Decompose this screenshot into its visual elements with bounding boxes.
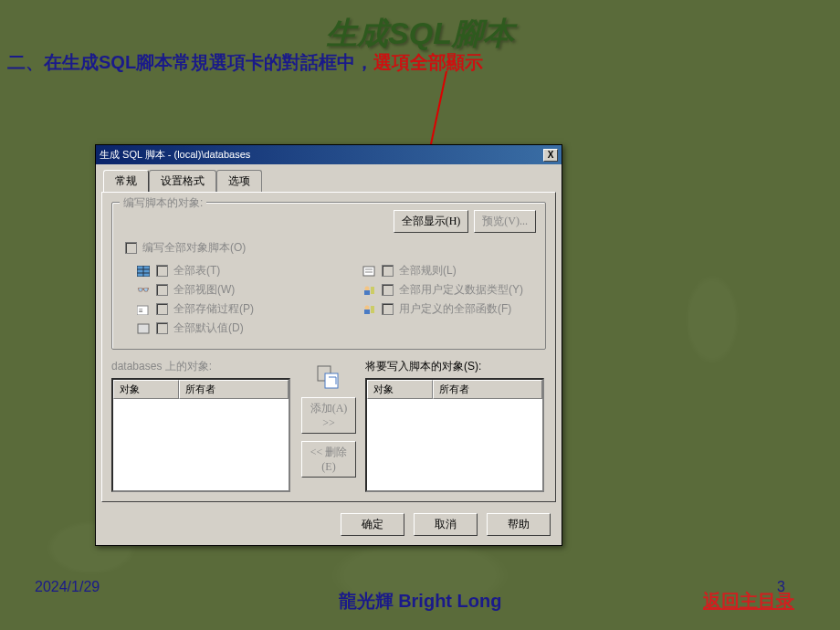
proc-icon: ≡ (136, 303, 151, 316)
tab-general[interactable]: 常规 (103, 170, 149, 192)
chk-udf-label: 用户定义的全部函数(F) (399, 301, 511, 317)
chk-rules[interactable] (382, 265, 394, 277)
remove-button[interactable]: << 删除(E) (301, 441, 356, 478)
chk-views[interactable] (156, 284, 168, 296)
help-button[interactable]: 帮助 (487, 513, 551, 536)
chk-views-row: 👓 全部视图(W) (136, 282, 310, 298)
user-func-icon (362, 303, 376, 316)
group-label: 编写脚本的对象: (120, 195, 206, 211)
chk-sp-row: ≡ 全部存储过程(P) (136, 301, 310, 317)
group-top-buttons: 全部显示(H) 预览(V)... (121, 210, 536, 233)
close-button[interactable]: X (543, 149, 558, 162)
slide-author: 龍光輝 Bright Long (339, 589, 502, 614)
svg-point-10 (365, 286, 370, 290)
chk-tables-row: 全部表(T) (136, 263, 310, 278)
default-icon (136, 322, 151, 335)
chk-defaults-label: 全部默认值(D) (173, 320, 244, 336)
col-owner[interactable]: 所有者 (179, 380, 289, 399)
ok-button[interactable]: 确定 (341, 513, 404, 536)
svg-rect-11 (364, 290, 370, 295)
chk-udf[interactable] (382, 303, 394, 315)
source-list-header: 对象 所有者 (113, 380, 289, 399)
chk-rules-label: 全部规则(L) (399, 263, 457, 278)
source-list-section: databases 上的对象: 对象 所有者 (111, 359, 292, 492)
svg-rect-7 (363, 267, 374, 276)
target-listbox[interactable]: 对象 所有者 (365, 378, 544, 492)
slide-date: 2024/1/29 (35, 579, 100, 595)
chk-udt-label: 全部用户定义数据类型(Y) (399, 282, 523, 298)
dialog-footer: 确定 取消 帮助 (96, 508, 562, 545)
transfer-icon (316, 364, 341, 390)
col-owner-2[interactable]: 所有者 (433, 380, 542, 399)
col-object-2[interactable]: 对象 (367, 380, 433, 399)
chk-all-objects-row: 编写全部对象脚本(O) (125, 240, 536, 256)
chk-views-label: 全部视图(W) (173, 282, 235, 298)
chk-all-objects-label: 编写全部对象脚本(O) (142, 240, 246, 256)
glasses-icon: 👓 (136, 284, 151, 297)
checkbox-columns: 全部表(T) 👓 全部视图(W) ≡ 全部存储过程(P) (121, 259, 536, 340)
user-type-icon (362, 284, 376, 297)
objects-group: 编写脚本的对象: 全部显示(H) 预览(V)... 编写全部对象脚本(O) 全部… (111, 202, 546, 350)
table-icon (136, 265, 151, 278)
left-column: 全部表(T) 👓 全部视图(W) ≡ 全部存储过程(P) (121, 259, 310, 340)
svg-text:≡: ≡ (139, 307, 143, 315)
svg-rect-12 (371, 287, 374, 294)
tab-content: 编写脚本的对象: 全部显示(H) 预览(V)... 编写全部对象脚本(O) 全部… (101, 192, 556, 502)
instruction-highlight: 選項全部顯示 (373, 52, 483, 72)
chk-all-objects[interactable] (125, 242, 137, 254)
chk-defaults[interactable] (156, 322, 168, 334)
sql-script-dialog: 生成 SQL 脚本 - (local)\databases X 常规 设置格式 … (95, 144, 562, 546)
chk-udt-row: 全部用户定义数据类型(Y) (362, 282, 536, 298)
cancel-button[interactable]: 取消 (414, 513, 478, 536)
svg-rect-14 (364, 310, 370, 314)
chk-sp[interactable] (156, 303, 168, 315)
transfer-section: databases 上的对象: 对象 所有者 添加(A) >> << 删除(E)… (111, 359, 546, 492)
svg-rect-6 (138, 324, 149, 333)
rule-icon (362, 265, 376, 278)
chk-sp-label: 全部存储过程(P) (173, 301, 254, 317)
chk-udf-row: 用户定义的全部函数(F) (362, 301, 536, 317)
source-list-label: databases 上的对象: (111, 359, 292, 374)
dialog-titlebar[interactable]: 生成 SQL 脚本 - (local)\databases X (96, 145, 562, 164)
transfer-controls: 添加(A) >> << 删除(E) (301, 359, 356, 478)
instruction-prefix: 二、在生成SQL腳本常規選項卡的對話框中， (7, 52, 373, 72)
chk-udt[interactable] (382, 284, 394, 296)
chk-rules-row: 全部规则(L) (362, 263, 536, 278)
source-listbox[interactable]: 对象 所有者 (111, 378, 290, 492)
tab-format[interactable]: 设置格式 (149, 170, 216, 192)
dialog-title: 生成 SQL 脚本 - (local)\databases (100, 148, 250, 162)
target-list-header: 对象 所有者 (367, 380, 542, 399)
chk-tables-label: 全部表(T) (173, 263, 220, 278)
preview-button[interactable]: 预览(V)... (474, 210, 536, 233)
chk-tables[interactable] (156, 265, 168, 277)
col-object[interactable]: 对象 (113, 380, 179, 399)
right-column: 全部规则(L) 全部用户定义数据类型(Y) 用户 (347, 259, 536, 340)
target-list-label: 将要写入脚本的对象(S): (365, 359, 546, 374)
chk-defaults-row: 全部默认值(D) (136, 320, 310, 336)
svg-point-13 (365, 305, 370, 310)
show-all-button[interactable]: 全部显示(H) (394, 210, 469, 233)
add-button[interactable]: 添加(A) >> (301, 397, 356, 434)
svg-rect-15 (371, 306, 374, 313)
tab-strip: 常规 设置格式 选项 (96, 164, 562, 192)
target-list-section: 将要写入脚本的对象(S): 对象 所有者 (365, 359, 546, 492)
slide-title: 生成SQL腳本 (326, 13, 514, 55)
instruction-text: 二、在生成SQL腳本常規選項卡的對話框中，選項全部顯示 (7, 50, 483, 75)
back-link[interactable]: 返回主目录 (703, 589, 794, 614)
tab-options[interactable]: 选项 (216, 170, 262, 192)
